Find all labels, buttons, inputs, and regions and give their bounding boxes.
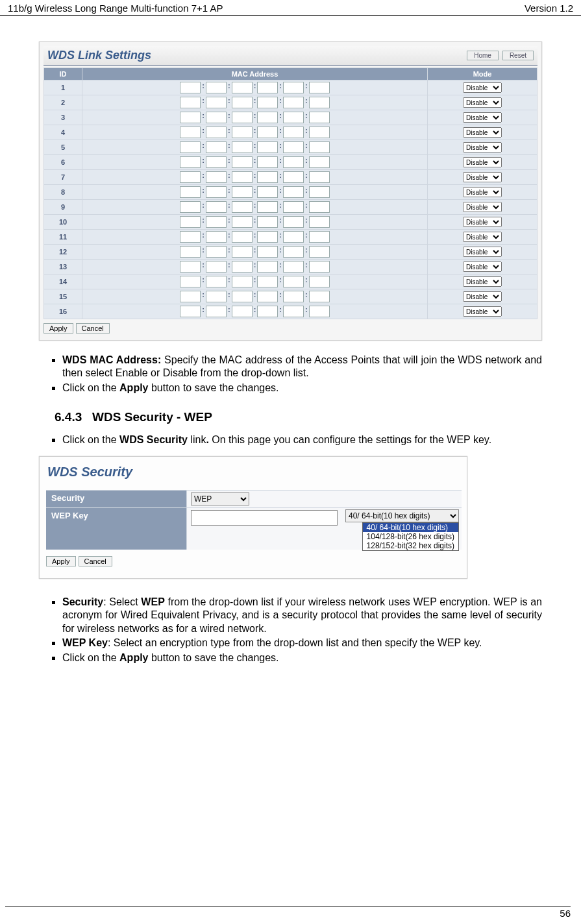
mode-select[interactable]: Disable [463, 112, 502, 123]
mac-octet-input[interactable] [309, 156, 330, 168]
mac-octet-input[interactable] [309, 127, 330, 138]
mac-octet-input[interactable] [232, 261, 253, 273]
mac-octet-input[interactable] [283, 112, 304, 123]
mac-octet-input[interactable] [232, 97, 253, 108]
mac-octet-input[interactable] [180, 216, 201, 228]
mac-octet-input[interactable] [283, 246, 304, 258]
mac-octet-input[interactable] [180, 291, 201, 302]
mac-octet-input[interactable] [283, 156, 304, 168]
mac-octet-input[interactable] [257, 127, 278, 138]
mode-select[interactable]: Disable [463, 157, 502, 167]
mode-select[interactable]: Disable [463, 291, 502, 302]
mac-octet-input[interactable] [309, 186, 330, 198]
reset-button[interactable]: Reset [502, 51, 534, 60]
mac-octet-input[interactable] [232, 216, 253, 228]
mac-octet-input[interactable] [180, 231, 201, 243]
mac-octet-input[interactable] [206, 276, 227, 287]
apply-button[interactable]: Apply [43, 323, 73, 334]
mode-select[interactable]: Disable [463, 261, 502, 272]
mac-octet-input[interactable] [180, 127, 201, 138]
mac-octet-input[interactable] [206, 261, 227, 273]
mac-octet-input[interactable] [283, 97, 304, 108]
mac-octet-input[interactable] [206, 186, 227, 198]
mac-octet-input[interactable] [283, 171, 304, 183]
mac-octet-input[interactable] [257, 201, 278, 213]
mac-octet-input[interactable] [283, 306, 304, 317]
mac-octet-input[interactable] [257, 82, 278, 93]
mac-octet-input[interactable] [206, 171, 227, 183]
mac-octet-input[interactable] [283, 231, 304, 243]
mode-select[interactable]: Disable [463, 276, 502, 287]
mac-octet-input[interactable] [232, 291, 253, 302]
apply-button[interactable]: Apply [46, 556, 76, 566]
mac-octet-input[interactable] [180, 186, 201, 198]
security-select[interactable]: WEP [191, 492, 249, 505]
mac-octet-input[interactable] [232, 306, 253, 317]
mac-octet-input[interactable] [309, 216, 330, 228]
mac-octet-input[interactable] [180, 201, 201, 213]
mac-octet-input[interactable] [309, 306, 330, 317]
mac-octet-input[interactable] [206, 246, 227, 258]
mac-octet-input[interactable] [180, 246, 201, 258]
wep-key-input[interactable] [191, 510, 338, 526]
mac-octet-input[interactable] [206, 82, 227, 93]
mac-octet-input[interactable] [206, 112, 227, 123]
mac-octet-input[interactable] [232, 186, 253, 198]
wep-option[interactable]: 104/128-bit(26 hex digits) [363, 532, 458, 541]
mac-octet-input[interactable] [283, 291, 304, 302]
mac-octet-input[interactable] [206, 156, 227, 168]
mac-octet-input[interactable] [257, 141, 278, 153]
mac-octet-input[interactable] [309, 201, 330, 213]
mac-octet-input[interactable] [232, 112, 253, 123]
mac-octet-input[interactable] [180, 276, 201, 287]
mac-octet-input[interactable] [309, 246, 330, 258]
mac-octet-input[interactable] [232, 246, 253, 258]
mode-select[interactable]: Disable [463, 172, 502, 182]
mac-octet-input[interactable] [309, 82, 330, 93]
mac-octet-input[interactable] [257, 97, 278, 108]
wep-option[interactable]: 128/152-bit(32 hex digits) [363, 541, 458, 550]
mac-octet-input[interactable] [309, 171, 330, 183]
mac-octet-input[interactable] [283, 82, 304, 93]
mac-octet-input[interactable] [257, 112, 278, 123]
mac-octet-input[interactable] [206, 231, 227, 243]
mac-octet-input[interactable] [180, 171, 201, 183]
mode-select[interactable]: Disable [463, 127, 502, 138]
mac-octet-input[interactable] [206, 201, 227, 213]
mac-octet-input[interactable] [283, 261, 304, 273]
mac-octet-input[interactable] [309, 291, 330, 302]
mac-octet-input[interactable] [257, 246, 278, 258]
mac-octet-input[interactable] [257, 261, 278, 273]
wep-option[interactable]: 40/ 64-bit(10 hex digits) [363, 523, 458, 532]
mac-octet-input[interactable] [180, 261, 201, 273]
mac-octet-input[interactable] [309, 261, 330, 273]
mac-octet-input[interactable] [232, 82, 253, 93]
mac-octet-input[interactable] [232, 231, 253, 243]
mode-select[interactable]: Disable [463, 247, 502, 257]
mac-octet-input[interactable] [180, 306, 201, 317]
mac-octet-input[interactable] [283, 141, 304, 153]
mac-octet-input[interactable] [309, 112, 330, 123]
mac-octet-input[interactable] [257, 306, 278, 317]
mac-octet-input[interactable] [257, 216, 278, 228]
mac-octet-input[interactable] [283, 186, 304, 198]
mac-octet-input[interactable] [309, 276, 330, 287]
mac-octet-input[interactable] [257, 231, 278, 243]
mac-octet-input[interactable] [257, 186, 278, 198]
cancel-button[interactable]: Cancel [76, 323, 110, 334]
mac-octet-input[interactable] [309, 97, 330, 108]
mac-octet-input[interactable] [180, 82, 201, 93]
wep-type-select[interactable]: 40/ 64-bit(10 hex digits) [345, 509, 459, 522]
mode-select[interactable]: Disable [463, 82, 502, 93]
mode-select[interactable]: Disable [463, 217, 502, 227]
mac-octet-input[interactable] [206, 127, 227, 138]
mac-octet-input[interactable] [309, 141, 330, 153]
mode-select[interactable]: Disable [463, 187, 502, 197]
mac-octet-input[interactable] [206, 97, 227, 108]
mac-octet-input[interactable] [232, 156, 253, 168]
mac-octet-input[interactable] [257, 291, 278, 302]
mac-octet-input[interactable] [283, 127, 304, 138]
mac-octet-input[interactable] [232, 276, 253, 287]
mac-octet-input[interactable] [180, 112, 201, 123]
mac-octet-input[interactable] [206, 141, 227, 153]
